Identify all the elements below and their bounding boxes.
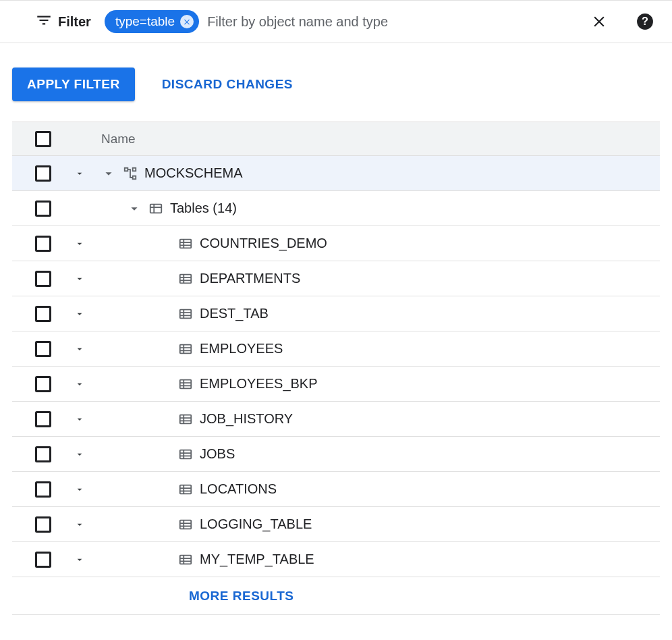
filter-input[interactable] — [207, 11, 576, 32]
tables-group-label: Tables (14) — [170, 201, 237, 216]
help-icon[interactable]: ? — [636, 12, 654, 31]
table-icon — [178, 236, 193, 251]
table-name: LOGGING_TABLE — [200, 516, 312, 532]
table-row[interactable]: COUNTRIES_DEMO — [12, 226, 660, 261]
schema-checkbox[interactable] — [35, 165, 51, 182]
tables-group-checkbox[interactable] — [35, 201, 51, 217]
schema-row[interactable]: MOCKSCHEMA — [12, 156, 660, 191]
filter-chip[interactable]: type=table — [105, 10, 199, 33]
chevron-down-icon[interactable] — [74, 519, 85, 530]
chevron-down-icon[interactable] — [74, 484, 85, 495]
action-row: APPLY FILTER DISCARD CHANGES — [0, 43, 672, 122]
more-results-row: MORE RESULTS — [12, 577, 660, 615]
table-icon — [178, 377, 193, 392]
table-checkbox[interactable] — [35, 446, 51, 462]
schema-name: MOCKSCHEMA — [144, 165, 243, 181]
column-name-header: Name — [97, 132, 136, 146]
table-icon — [178, 447, 193, 462]
chevron-down-icon[interactable] — [127, 201, 142, 216]
table-row[interactable]: DEST_TAB — [12, 296, 660, 331]
table-checkbox[interactable] — [35, 411, 51, 427]
chevron-down-icon[interactable] — [74, 379, 85, 390]
table-checkbox[interactable] — [35, 341, 51, 357]
chevron-down-icon[interactable] — [74, 449, 85, 460]
table-checkbox[interactable] — [35, 236, 51, 252]
filter-bar: Filter type=table ? — [0, 0, 672, 43]
tables-group-icon — [148, 201, 163, 216]
table-row[interactable]: LOGGING_TABLE — [12, 507, 660, 542]
table-icon — [178, 271, 193, 286]
schema-icon — [123, 166, 138, 181]
table-row[interactable]: EMPLOYEES_BKP — [12, 367, 660, 402]
table-icon — [178, 342, 193, 356]
tables-group-row[interactable]: Tables (14) — [12, 191, 660, 226]
chevron-down-icon[interactable] — [74, 344, 85, 354]
table-icon — [178, 412, 193, 427]
chevron-down-icon[interactable] — [74, 273, 85, 284]
table-icon — [178, 552, 193, 567]
chevron-down-icon[interactable] — [74, 309, 85, 319]
more-results-button[interactable]: MORE RESULTS — [189, 589, 294, 604]
svg-rect-14 — [180, 520, 192, 529]
clear-filter-icon[interactable] — [590, 12, 609, 31]
table-row[interactable]: JOBS — [12, 437, 660, 472]
svg-rect-9 — [180, 344, 192, 353]
table-row[interactable]: EMPLOYEES — [12, 331, 660, 367]
table-name: EMPLOYEES — [200, 341, 283, 356]
table-name: DEPARTMENTS — [200, 271, 300, 286]
apply-filter-button[interactable]: APPLY FILTER — [12, 68, 135, 101]
filter-label-group: Filter — [35, 11, 91, 32]
object-tree: Name MOCKSCHEMA — [12, 122, 660, 615]
svg-text:?: ? — [642, 15, 648, 27]
svg-rect-3 — [133, 167, 136, 171]
svg-rect-7 — [180, 274, 192, 283]
filter-chip-text: type=table — [115, 14, 175, 29]
table-name: LOCATIONS — [200, 481, 277, 497]
tree-header: Name — [12, 122, 660, 156]
chevron-down-icon[interactable] — [74, 168, 85, 179]
table-icon — [178, 517, 193, 532]
table-row[interactable]: MY_TEMP_TABLE — [12, 542, 660, 577]
table-name: DEST_TAB — [200, 306, 269, 321]
table-row[interactable]: LOCATIONS — [12, 472, 660, 507]
svg-rect-13 — [180, 485, 192, 494]
table-name: COUNTRIES_DEMO — [200, 236, 327, 251]
svg-rect-10 — [180, 379, 192, 388]
svg-rect-15 — [180, 555, 192, 564]
svg-rect-5 — [150, 204, 162, 213]
svg-rect-4 — [133, 176, 136, 179]
filter-list-icon — [35, 11, 53, 32]
table-icon — [178, 482, 193, 497]
svg-rect-6 — [180, 239, 192, 248]
table-checkbox[interactable] — [35, 552, 51, 568]
filter-label: Filter — [58, 14, 91, 30]
table-name: MY_TEMP_TABLE — [200, 552, 314, 567]
select-all-checkbox[interactable] — [35, 131, 51, 147]
chevron-down-icon[interactable] — [74, 414, 85, 425]
chevron-down-icon[interactable] — [74, 554, 85, 565]
chevron-down-icon[interactable] — [74, 238, 85, 249]
svg-rect-12 — [180, 450, 192, 458]
table-row[interactable]: DEPARTMENTS — [12, 261, 660, 296]
table-checkbox[interactable] — [35, 376, 51, 392]
table-checkbox[interactable] — [35, 271, 51, 287]
svg-rect-2 — [125, 167, 128, 171]
table-name: EMPLOYEES_BKP — [200, 376, 318, 392]
table-checkbox[interactable] — [35, 516, 51, 533]
table-row[interactable]: JOB_HISTORY — [12, 402, 660, 437]
svg-rect-11 — [180, 415, 192, 423]
svg-rect-8 — [180, 309, 192, 318]
discard-changes-button[interactable]: DISCARD CHANGES — [162, 77, 293, 92]
table-checkbox[interactable] — [35, 306, 51, 322]
table-icon — [178, 306, 193, 321]
table-name: JOB_HISTORY — [200, 411, 293, 427]
table-checkbox[interactable] — [35, 481, 51, 498]
chevron-down-icon[interactable] — [101, 166, 116, 181]
chip-remove-icon[interactable] — [180, 15, 194, 28]
table-name: JOBS — [200, 446, 235, 462]
